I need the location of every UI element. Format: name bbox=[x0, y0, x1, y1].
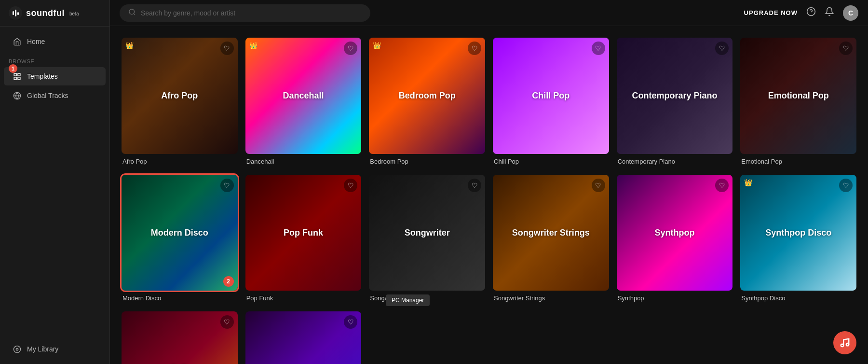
favorite-button-afro-pop[interactable]: ♡ bbox=[220, 42, 234, 55]
card-image-contemporary-piano: ♡Contemporary Piano bbox=[617, 38, 733, 154]
topbar-right: UPGRADE NOW C bbox=[744, 5, 858, 21]
sidebar-item-templates[interactable]: 1 Templates bbox=[4, 67, 106, 85]
card-title-pop-funk: Pop Funk bbox=[245, 175, 362, 291]
globe-icon bbox=[13, 91, 21, 100]
favorite-button-bedroom-pop[interactable]: ♡ bbox=[468, 42, 481, 55]
card-title-chill-pop: Chill Pop bbox=[493, 38, 609, 154]
svg-point-16 bbox=[841, 344, 844, 347]
template-card-dancehall[interactable]: 👑♡DancehallDancehall bbox=[245, 38, 362, 165]
template-card-synthpop[interactable]: ♡SynthpopSynthpop bbox=[617, 175, 733, 302]
svg-rect-5 bbox=[17, 73, 20, 76]
card-image-pop-disco: ♡Pop Disco bbox=[245, 311, 362, 364]
home-icon bbox=[13, 37, 21, 46]
search-input[interactable] bbox=[141, 9, 362, 17]
main-content: UPGRADE NOW C 👑♡Afro PopAfro Pop👑♡Danceh… bbox=[110, 0, 868, 364]
favorite-button-synthpop-disco[interactable]: ♡ bbox=[839, 179, 853, 192]
card-label-modern-disco: Modern Disco bbox=[122, 294, 238, 302]
card-label-contemporary-piano: Contemporary Piano bbox=[617, 158, 733, 165]
card-label-pop-funk: Pop Funk bbox=[245, 294, 362, 302]
favorite-button-songwriter[interactable]: ♡ bbox=[468, 179, 481, 192]
topbar: UPGRADE NOW C bbox=[110, 0, 868, 26]
card-image-emotional-pop: ♡Emotional Pop bbox=[740, 38, 856, 154]
fab-button[interactable] bbox=[833, 331, 856, 354]
favorite-button-chill-pop[interactable]: ♡ bbox=[592, 42, 605, 55]
avatar[interactable]: C bbox=[843, 5, 858, 21]
svg-rect-6 bbox=[14, 77, 16, 79]
template-card-synthpop-disco[interactable]: 👑♡Synthpop DiscoSynthpop Disco bbox=[740, 175, 856, 302]
card-image-contemporary-guitar: ♡00 Coming Soon bbox=[122, 311, 238, 364]
notifications-icon[interactable] bbox=[825, 7, 834, 19]
card-title-emotional-pop: Emotional Pop bbox=[740, 38, 856, 154]
favorite-button-contemporary-guitar[interactable]: ♡ bbox=[220, 315, 234, 329]
favorite-button-modern-disco[interactable]: ♡ bbox=[220, 179, 234, 192]
card-label-bedroom-pop: Bedroom Pop bbox=[369, 158, 485, 165]
card-label-chill-pop: Chill Pop bbox=[493, 158, 609, 165]
svg-rect-7 bbox=[17, 77, 20, 79]
card-title-synthpop-disco: Synthpop Disco bbox=[740, 175, 856, 291]
favorite-button-songwriter-strings[interactable]: ♡ bbox=[592, 179, 605, 192]
favorite-button-emotional-pop[interactable]: ♡ bbox=[839, 42, 853, 55]
sidebar-bottom: My Library bbox=[0, 334, 109, 364]
template-card-bedroom-pop[interactable]: 👑♡Bedroom PopBedroom Pop bbox=[369, 38, 485, 165]
template-card-pop-funk[interactable]: ♡Pop FunkPop Funk bbox=[245, 175, 362, 302]
sidebar-item-home[interactable]: Home bbox=[4, 32, 106, 51]
card-image-songwriter-strings: ♡Songwriter Strings bbox=[493, 175, 609, 291]
template-card-pop-disco[interactable]: ♡Pop DiscoPop Disco bbox=[245, 311, 362, 364]
sidebar-item-global-tracks-label: Global Tracks bbox=[27, 92, 68, 99]
upgrade-button[interactable]: UPGRADE NOW bbox=[744, 9, 798, 16]
library-icon bbox=[13, 345, 21, 353]
card-label-songwriter-strings: Songwriter Strings bbox=[493, 294, 609, 302]
favorite-button-pop-funk[interactable]: ♡ bbox=[344, 179, 357, 192]
card-title-dancehall: Dancehall bbox=[245, 38, 362, 154]
grid-icon bbox=[13, 72, 21, 81]
crown-icon-bedroom-pop: 👑 bbox=[373, 42, 381, 49]
card-image-pop-funk: ♡Pop Funk bbox=[245, 175, 362, 291]
card-image-chill-pop: ♡Chill Pop bbox=[493, 38, 609, 154]
card-image-songwriter: ♡Songwriter bbox=[369, 175, 485, 291]
sidebar-item-my-library[interactable]: My Library bbox=[4, 340, 106, 358]
template-card-contemporary-guitar[interactable]: ♡00 Coming Soon Contemporary Guitar bbox=[122, 311, 238, 364]
svg-rect-4 bbox=[14, 73, 16, 76]
card-image-bedroom-pop: 👑♡Bedroom Pop bbox=[369, 38, 485, 154]
pc-manager-tooltip: PC Manager bbox=[386, 294, 430, 306]
app-name: soundful bbox=[26, 8, 65, 18]
card-title-modern-disco: Modern Disco bbox=[122, 175, 238, 291]
card-title-bedroom-pop: Bedroom Pop bbox=[369, 38, 485, 154]
sidebar-item-home-label: Home bbox=[27, 38, 45, 45]
card-image-afro-pop: 👑♡Afro Pop bbox=[122, 38, 238, 154]
template-card-songwriter[interactable]: ♡SongwriterSongwriter bbox=[369, 175, 485, 302]
svg-line-12 bbox=[134, 14, 135, 15]
template-card-emotional-pop[interactable]: ♡Emotional PopEmotional Pop bbox=[740, 38, 856, 165]
card-image-modern-disco: ♡Modern Disco2 bbox=[122, 175, 238, 291]
svg-point-10 bbox=[16, 348, 18, 350]
templates-badge: 1 bbox=[9, 64, 17, 73]
template-card-contemporary-piano[interactable]: ♡Contemporary PianoContemporary Piano bbox=[617, 38, 733, 165]
svg-point-11 bbox=[129, 9, 135, 14]
sidebar-item-my-library-label: My Library bbox=[27, 345, 58, 353]
card-title-contemporary-piano: Contemporary Piano bbox=[617, 38, 733, 154]
card-image-synthpop-disco: 👑♡Synthpop Disco bbox=[740, 175, 856, 291]
sidebar-item-global-tracks[interactable]: Global Tracks bbox=[4, 86, 106, 105]
templates-grid-section: 👑♡Afro PopAfro Pop👑♡DancehallDancehall👑♡… bbox=[110, 26, 868, 364]
crown-icon-synthpop-disco: 👑 bbox=[744, 179, 752, 186]
search-icon bbox=[128, 8, 136, 18]
card-badge-modern-disco: 2 bbox=[223, 276, 234, 287]
soundful-logo-icon bbox=[9, 6, 22, 20]
card-title-contemporary-guitar: 00 bbox=[122, 311, 238, 364]
search-bar[interactable] bbox=[120, 4, 370, 22]
card-label-synthpop-disco: Synthpop Disco bbox=[740, 294, 856, 302]
template-card-modern-disco[interactable]: ♡Modern Disco2Modern Disco bbox=[122, 175, 238, 302]
logo: soundful beta bbox=[0, 0, 109, 26]
sidebar-nav: Home Browse 1 Templates Global Track bbox=[0, 27, 109, 111]
favorite-button-synthpop[interactable]: ♡ bbox=[715, 179, 729, 192]
template-card-songwriter-strings[interactable]: ♡Songwriter StringsSongwriter Strings bbox=[493, 175, 609, 302]
card-label-emotional-pop: Emotional Pop bbox=[740, 158, 856, 165]
template-card-chill-pop[interactable]: ♡Chill PopChill Pop bbox=[493, 38, 609, 165]
card-label-dancehall: Dancehall bbox=[245, 158, 362, 165]
svg-rect-3 bbox=[17, 12, 19, 15]
card-title-synthpop: Synthpop bbox=[617, 175, 733, 291]
help-icon[interactable] bbox=[806, 7, 816, 19]
svg-point-17 bbox=[846, 343, 849, 346]
template-card-afro-pop[interactable]: 👑♡Afro PopAfro Pop bbox=[122, 38, 238, 165]
templates-grid: 👑♡Afro PopAfro Pop👑♡DancehallDancehall👑♡… bbox=[122, 38, 856, 364]
